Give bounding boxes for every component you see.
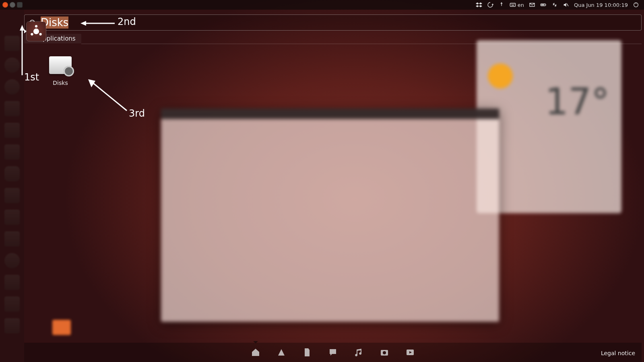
clock[interactable]: Qua Jun 19 10:00:19 [572, 2, 630, 8]
lens-photos[interactable] [380, 348, 389, 357]
launcher-workspace[interactable] [2, 273, 22, 292]
dash-results: Disks [24, 44, 642, 98]
dash-category-tabs: Applications [24, 33, 642, 44]
legal-notice-link[interactable]: Legal notice [601, 350, 635, 356]
svg-rect-5 [511, 5, 514, 6]
launcher-chromium[interactable] [2, 56, 22, 75]
session-indicator[interactable] [630, 2, 642, 8]
lens-applications[interactable] [277, 348, 286, 357]
dash-search-input[interactable] [41, 16, 637, 29]
maximize-button[interactable] [17, 2, 23, 8]
launcher-download[interactable] [2, 121, 22, 140]
dash-lens-bar [24, 343, 642, 362]
launcher-drive2[interactable] [2, 316, 22, 335]
lens-music[interactable] [354, 348, 363, 357]
svg-rect-7 [545, 4, 546, 6]
dash-search-bar[interactable] [24, 14, 642, 31]
unity-dash: Applications Disks Legal noti [24, 10, 642, 362]
dropbox-indicator[interactable] [473, 2, 485, 8]
minimize-button[interactable] [10, 2, 15, 8]
svg-point-20 [383, 351, 386, 354]
keyboard-indicator[interactable]: en [507, 2, 526, 8]
close-button[interactable] [2, 2, 8, 8]
svg-point-13 [31, 33, 33, 35]
top-menu-bar: en Qua Jun 19 10:00:19 [0, 0, 644, 10]
unity-launcher [0, 10, 24, 362]
lens-videos[interactable] [405, 348, 415, 357]
launcher-font[interactable] [2, 208, 22, 227]
lens-social[interactable] [328, 348, 338, 357]
launcher-skype[interactable] [2, 164, 22, 183]
window-controls [2, 2, 23, 8]
svg-point-11 [33, 29, 39, 34]
svg-rect-4 [514, 4, 514, 4]
lens-home[interactable] [251, 348, 260, 357]
svg-rect-1 [511, 4, 511, 4]
disks-icon [49, 56, 72, 74]
mail-indicator[interactable] [526, 2, 538, 8]
network-indicator[interactable] [549, 2, 560, 8]
keyboard-lang: en [518, 2, 524, 8]
result-label: Disks [32, 80, 89, 86]
svg-rect-0 [510, 3, 515, 6]
battery-indicator[interactable] [538, 2, 549, 8]
svg-rect-2 [512, 4, 512, 4]
svg-point-14 [39, 33, 42, 35]
launcher-drive1[interactable] [2, 294, 22, 314]
launcher-active-pip [24, 29, 27, 33]
launcher-texture[interactable] [2, 142, 22, 162]
svg-point-12 [35, 25, 37, 27]
sync-indicator[interactable] [485, 2, 496, 8]
launcher-terminal[interactable] [2, 229, 22, 249]
dash-home-button[interactable] [27, 22, 46, 41]
updates-indicator[interactable] [496, 2, 507, 8]
svg-rect-3 [513, 4, 513, 4]
launcher-box[interactable] [2, 99, 22, 118]
sound-indicator[interactable] [560, 2, 572, 8]
lens-files[interactable] [302, 348, 312, 357]
svg-line-9 [567, 4, 568, 6]
launcher-firefox[interactable] [2, 77, 22, 97]
launcher-shutter[interactable] [2, 251, 22, 270]
svg-rect-8 [541, 4, 545, 6]
launcher-xchat[interactable] [2, 186, 22, 205]
launcher-files[interactable] [2, 34, 22, 53]
result-disks[interactable]: Disks [32, 56, 89, 86]
